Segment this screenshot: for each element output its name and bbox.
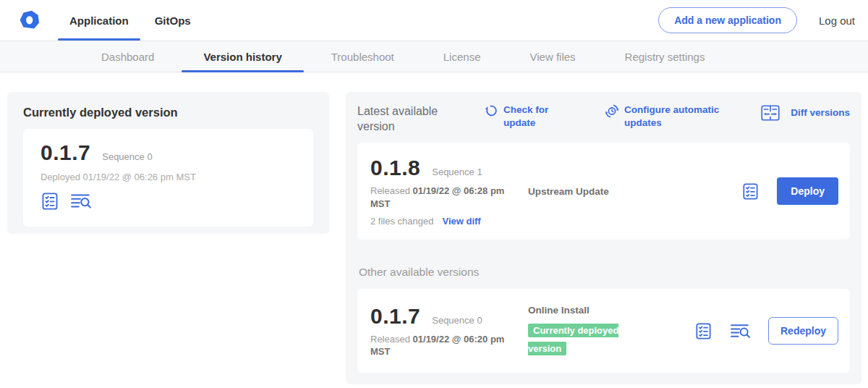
other-available-versions-title: Other available versions: [359, 266, 848, 279]
checklist-icon[interactable]: [41, 192, 59, 211]
subnav-version-history[interactable]: Version history: [179, 41, 306, 72]
main-content: Currently deployed version 0.1.7 Sequenc…: [0, 72, 868, 384]
app-subnav: Dashboard Version history Troubleshoot L…: [0, 41, 868, 72]
latest-version-card: 0.1.8 Sequence 1 Released 01/19/22 @ 06:…: [357, 143, 850, 240]
diff-versions-icon: [761, 105, 780, 121]
tab-gitops[interactable]: GitOps: [142, 0, 204, 41]
top-bar-right: Add a new application Log out: [658, 7, 855, 33]
latest-released-timestamp: Released 01/19/22 @ 06:28 pm MST: [370, 185, 512, 210]
currently-deployed-panel: Currently deployed version 0.1.7 Sequenc…: [7, 92, 329, 234]
latest-version-number: 0.1.8: [370, 156, 420, 180]
tab-application-label: Application: [69, 14, 129, 27]
tab-application[interactable]: Application: [56, 0, 142, 41]
subnav-license[interactable]: License: [419, 41, 506, 72]
redeploy-button[interactable]: Redeploy: [768, 317, 838, 345]
other-version-number: 0.1.7: [370, 304, 420, 329]
other-sequence-label: Sequence 0: [432, 315, 482, 326]
top-bar: Application GitOps Add a new application…: [0, 0, 868, 41]
top-tabs: Application GitOps: [56, 0, 204, 41]
diff-versions-button[interactable]: Diff versions: [761, 105, 850, 121]
deployed-timestamp: Deployed 01/19/22 @ 06:26 pm MST: [41, 172, 296, 182]
currently-deployed-title: Currently deployed version: [23, 106, 313, 119]
subnav-registry-settings[interactable]: Registry settings: [600, 41, 730, 72]
refresh-icon: [485, 104, 498, 117]
configure-automatic-updates-label: Configure automatic updates: [624, 104, 734, 129]
deployed-version-number: 0.1.7: [41, 140, 90, 165]
subnav-dashboard[interactable]: Dashboard: [77, 41, 179, 72]
available-versions-panel: Latest available version Check for updat…: [346, 92, 861, 384]
log-search-icon[interactable]: [730, 322, 751, 340]
latest-available-title: Latest available version: [357, 104, 453, 134]
latest-source-label: Upstream Update: [528, 186, 609, 197]
other-version-card: 0.1.7 Sequence 0 Released 01/19/22 @ 06:…: [357, 289, 850, 373]
configure-automatic-updates-button[interactable]: Configure automatic updates: [605, 104, 734, 129]
check-for-update-label: Check for update: [503, 104, 564, 129]
diff-versions-label: Diff versions: [791, 106, 850, 119]
scheduled-update-icon: [605, 104, 619, 118]
latest-sequence-label: Sequence 1: [432, 166, 482, 177]
other-source-label: Online Install: [528, 305, 694, 316]
files-changed-label: 2 files changed: [370, 216, 433, 227]
deployed-sequence-label: Sequence 0: [102, 151, 152, 162]
subnav-view-files[interactable]: View files: [505, 41, 600, 72]
subnav-troubleshoot[interactable]: Troubleshoot: [307, 41, 419, 72]
available-versions-header: Latest available version Check for updat…: [357, 104, 850, 134]
logout-button[interactable]: Log out: [819, 14, 855, 27]
view-diff-link[interactable]: View diff: [442, 216, 480, 227]
deployed-version-card: 0.1.7 Sequence 0 Deployed 01/19/22 @ 06:…: [23, 129, 313, 227]
checklist-icon[interactable]: [694, 322, 712, 340]
deploy-button[interactable]: Deploy: [777, 177, 838, 205]
app-logo-icon: [19, 9, 41, 31]
add-application-button[interactable]: Add a new application: [658, 7, 797, 33]
tab-gitops-label: GitOps: [155, 14, 191, 27]
other-released-timestamp: Released 01/19/22 @ 06:20 pm MST: [370, 333, 512, 358]
currently-deployed-badge: Currently deployed version: [528, 324, 618, 355]
checklist-icon[interactable]: [741, 182, 760, 201]
check-for-update-button[interactable]: Check for update: [485, 104, 564, 129]
log-search-icon[interactable]: [70, 192, 92, 211]
